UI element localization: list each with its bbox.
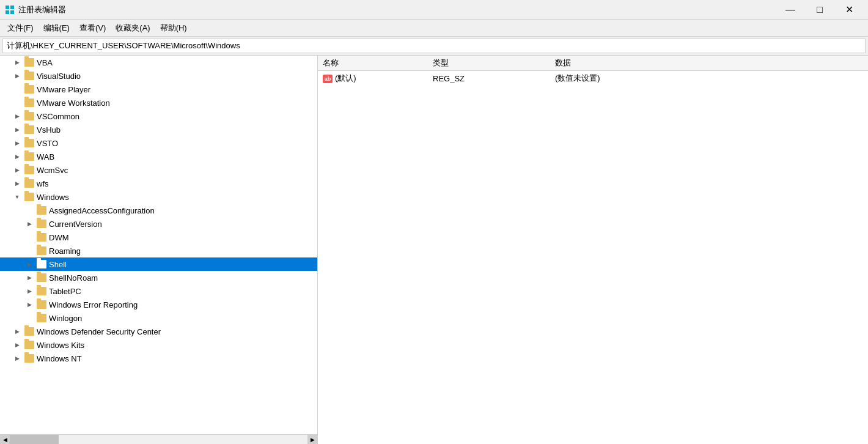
title-bar: 注册表编辑器 — □ ✕ bbox=[0, 0, 868, 20]
folder-icon-windowsnt bbox=[24, 354, 34, 363]
tree-label-wcmsvc: WcmSvc bbox=[37, 166, 68, 175]
tree-item-wab[interactable]: ▶WAB bbox=[0, 150, 317, 163]
menu-favorites[interactable]: 收藏夹(A) bbox=[111, 21, 155, 35]
expand-btn-wfs[interactable]: ▶ bbox=[12, 179, 22, 188]
expand-btn-windowsnt[interactable]: ▶ bbox=[12, 353, 22, 363]
folder-icon-vscommon bbox=[24, 112, 34, 120]
expand-btn-windows[interactable]: ▼ bbox=[12, 192, 22, 202]
folder-icon-windows bbox=[24, 193, 34, 201]
menu-view[interactable]: 查看(V) bbox=[75, 21, 111, 35]
scroll-thumb[interactable] bbox=[10, 435, 59, 444]
expand-btn-vshub[interactable]: ▶ bbox=[12, 125, 22, 135]
svg-rect-2 bbox=[6, 10, 9, 14]
tree-item-assignedaccess[interactable]: ▶AssignedAccessConfiguration bbox=[0, 204, 317, 217]
folder-icon-vsto bbox=[24, 139, 34, 147]
tree-scroll[interactable]: ▶VBA▶VisualStudio▶VMware Player▶VMware W… bbox=[0, 56, 317, 434]
col-type: 类型 bbox=[428, 56, 550, 71]
col-data: 数据 bbox=[550, 56, 868, 71]
tree-item-vshub[interactable]: ▶VsHub bbox=[0, 123, 317, 136]
expand-btn-windowskits[interactable]: ▶ bbox=[12, 340, 22, 350]
expand-btn-vsto[interactable]: ▶ bbox=[12, 138, 22, 148]
tree-label-vscommon: VSCommon bbox=[37, 112, 79, 121]
folder-icon-windowskits bbox=[24, 341, 34, 349]
folder-icon-vba bbox=[24, 58, 34, 67]
horizontal-scrollbar[interactable]: ◀ ▶ bbox=[0, 434, 317, 444]
menu-file[interactable]: 文件(F) bbox=[2, 21, 39, 35]
folder-icon-windowserrorreporting bbox=[37, 300, 46, 309]
folder-icon-wab bbox=[24, 152, 34, 161]
registry-table: 名称 类型 数据 ab(默认) REG_SZ (数值未设置) bbox=[318, 56, 868, 86]
expand-btn-currentversion[interactable]: ▶ bbox=[24, 219, 34, 229]
expand-btn-vscommon[interactable]: ▶ bbox=[12, 111, 22, 121]
reg-icon: ab bbox=[323, 75, 333, 83]
right-pane: 名称 类型 数据 ab(默认) REG_SZ (数值未设置) bbox=[318, 56, 868, 444]
minimize-button[interactable]: — bbox=[776, 0, 804, 20]
scroll-right-btn[interactable]: ▶ bbox=[307, 435, 317, 445]
app-icon bbox=[5, 5, 15, 15]
tree-item-vba[interactable]: ▶VBA bbox=[0, 56, 317, 69]
tree-label-dwm: DWM bbox=[49, 233, 69, 242]
expand-btn-wcmsvc[interactable]: ▶ bbox=[12, 165, 22, 175]
menu-help[interactable]: 帮助(H) bbox=[155, 21, 192, 35]
tree-item-vsto[interactable]: ▶VSTO bbox=[0, 136, 317, 150]
tree-label-windowsnt: Windows NT bbox=[37, 354, 82, 363]
tree-item-vscommon[interactable]: ▶VSCommon bbox=[0, 109, 317, 123]
registry-row[interactable]: ab(默认) REG_SZ (数值未设置) bbox=[318, 71, 868, 86]
tree-item-windowsnt[interactable]: ▶Windows NT bbox=[0, 352, 317, 365]
reg-data: (数值未设置) bbox=[550, 71, 868, 86]
tree-item-vmwareplayer[interactable]: ▶VMware Player bbox=[0, 83, 317, 96]
tree-item-shellnoroam[interactable]: ▶ShellNoRoam bbox=[0, 271, 317, 284]
reg-type: REG_SZ bbox=[428, 71, 550, 86]
tree-item-windowsdefender[interactable]: ▶Windows Defender Security Center bbox=[0, 325, 317, 338]
expand-btn-vba[interactable]: ▶ bbox=[12, 57, 22, 67]
tree-label-vmwareplayer: VMware Player bbox=[37, 85, 90, 94]
tree-item-currentversion[interactable]: ▶CurrentVersion bbox=[0, 217, 317, 231]
expand-btn-shell[interactable]: ▶ bbox=[24, 259, 34, 269]
folder-icon-vshub bbox=[24, 125, 34, 134]
tree-item-visualstudio[interactable]: ▶VisualStudio bbox=[0, 69, 317, 83]
tree-label-windows: Windows bbox=[37, 193, 69, 202]
tree-pane: ▶VBA▶VisualStudio▶VMware Player▶VMware W… bbox=[0, 56, 318, 444]
close-button[interactable]: ✕ bbox=[835, 0, 863, 20]
expand-btn-windowsdefender[interactable]: ▶ bbox=[12, 327, 22, 336]
tree-item-vmwareworkstation[interactable]: ▶VMware Workstation bbox=[0, 96, 317, 109]
tree-label-shellnoroam: ShellNoRoam bbox=[49, 273, 98, 283]
folder-icon-shell bbox=[37, 260, 46, 268]
expand-btn-tabletpc[interactable]: ▶ bbox=[24, 286, 34, 296]
tree-item-wfs[interactable]: ▶wfs bbox=[0, 177, 317, 190]
folder-icon-tabletpc bbox=[37, 287, 46, 295]
window-title: 注册表编辑器 bbox=[18, 4, 66, 15]
tree-item-dwm[interactable]: ▶DWM bbox=[0, 231, 317, 244]
tree-item-windows[interactable]: ▼Windows bbox=[0, 190, 317, 204]
address-bar[interactable]: 计算机\HKEY_CURRENT_USER\SOFTWARE\Microsoft… bbox=[2, 39, 866, 53]
tree-item-windowskits[interactable]: ▶Windows Kits bbox=[0, 338, 317, 352]
tree-item-winlogon[interactable]: ▶Winlogon bbox=[0, 311, 317, 325]
tree-item-windowserrorreporting[interactable]: ▶Windows Error Reporting bbox=[0, 298, 317, 311]
folder-icon-dwm bbox=[37, 233, 46, 242]
folder-icon-shellnoroam bbox=[37, 273, 46, 282]
folder-icon-roaming bbox=[37, 246, 46, 255]
scroll-left-btn[interactable]: ◀ bbox=[0, 435, 10, 445]
menu-edit[interactable]: 编辑(E) bbox=[39, 21, 75, 35]
tree-item-wcmsvc[interactable]: ▶WcmSvc bbox=[0, 163, 317, 177]
folder-icon-windowsdefender bbox=[24, 327, 34, 336]
folder-icon-vmwareworkstation bbox=[24, 98, 34, 107]
maximize-button[interactable]: □ bbox=[806, 0, 834, 20]
expand-btn-visualstudio[interactable]: ▶ bbox=[12, 71, 22, 81]
main-content: ▶VBA▶VisualStudio▶VMware Player▶VMware W… bbox=[0, 55, 868, 444]
tree-item-tabletpc[interactable]: ▶TabletPC bbox=[0, 284, 317, 298]
tree-label-vmwareworkstation: VMware Workstation bbox=[37, 98, 110, 108]
scroll-track[interactable] bbox=[10, 435, 307, 444]
tree-label-windowskits: Windows Kits bbox=[37, 341, 84, 350]
tree-item-roaming[interactable]: ▶Roaming bbox=[0, 244, 317, 257]
expand-btn-wab[interactable]: ▶ bbox=[12, 152, 22, 161]
tree-item-shell[interactable]: ▶Shell bbox=[0, 257, 317, 271]
expand-btn-shellnoroam[interactable]: ▶ bbox=[24, 273, 34, 283]
col-name: 名称 bbox=[318, 56, 428, 71]
tree-label-currentversion: CurrentVersion bbox=[49, 220, 102, 229]
menu-bar: 文件(F) 编辑(E) 查看(V) 收藏夹(A) 帮助(H) bbox=[0, 20, 868, 37]
tree-label-roaming: Roaming bbox=[49, 246, 81, 256]
tree-label-vsto: VSTO bbox=[37, 139, 58, 148]
expand-btn-windowserrorreporting[interactable]: ▶ bbox=[24, 300, 34, 309]
tree-label-shell: Shell bbox=[49, 260, 67, 269]
